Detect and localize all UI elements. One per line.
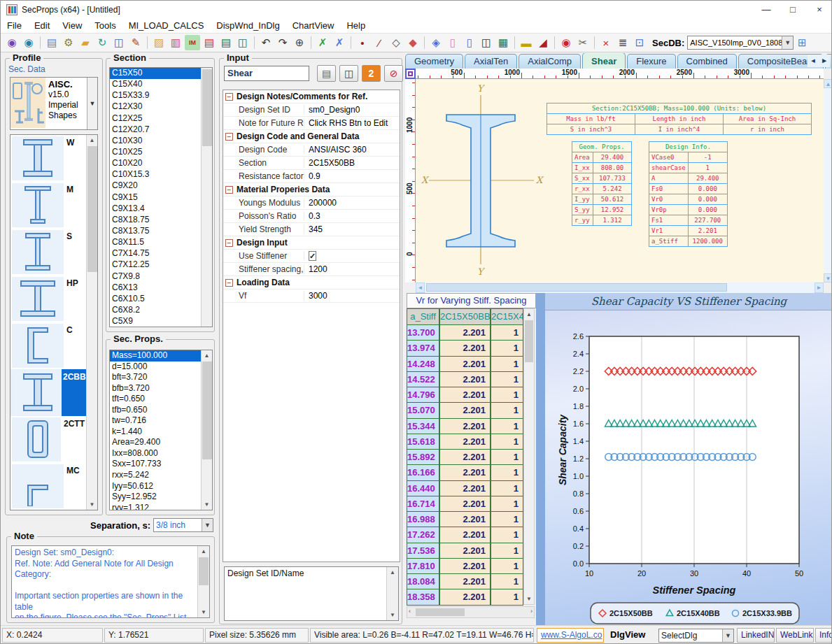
grid-row[interactable]: Note for Future Ref.Click RHS Btn to Edi… — [223, 117, 400, 130]
sec-prop-item[interactable]: Iyy=50.612 — [110, 481, 212, 492]
grid-value[interactable]: 345 — [304, 224, 400, 234]
section-list-item[interactable]: C15X33.9 — [110, 90, 212, 101]
separation-dropdown-arrow-icon[interactable]: ▼ — [202, 519, 213, 531]
grid-row[interactable]: Vf3000 — [223, 289, 400, 303]
scroll-down-icon[interactable]: ▼ — [824, 273, 832, 282]
use-stiffener-checkbox[interactable]: ✓ — [309, 251, 316, 261]
menu-chartview[interactable]: ChartView — [286, 18, 341, 34]
open-file-icon[interactable]: ▨ — [151, 35, 167, 50]
input-property-grid[interactable]: −Design Notes/Comments for Ref.Design Se… — [223, 90, 400, 562]
section-list-scrollbar[interactable] — [201, 68, 212, 327]
grid-value[interactable]: 2C15X50BB — [304, 158, 400, 168]
note-scrollbar[interactable]: ▲ ▼ — [197, 546, 209, 617]
scroll-down-icon[interactable]: ▼ — [202, 499, 212, 510]
dialog-dropdown-arrow-icon[interactable]: ▼ — [722, 629, 733, 642]
vr-table-row[interactable]: 14.7962.2011 — [407, 387, 523, 403]
profile-shape-s[interactable]: S — [10, 229, 86, 276]
sec-prop-item[interactable]: Area=29.400 — [110, 437, 212, 448]
profile-shape-m[interactable]: M — [10, 182, 86, 229]
tab-combined[interactable]: Combined — [677, 54, 737, 69]
menu-mi_load_calcs[interactable]: MI_LOAD_CALCS — [122, 18, 211, 34]
section-list-item[interactable]: C7X12.25 — [110, 259, 212, 271]
grid-row[interactable]: Design CodeANSI/AISC 360 — [223, 143, 400, 157]
vr-table-horizontal-scrollbar[interactable]: ‹ › — [407, 606, 535, 618]
vr-table-row[interactable]: 15.6182.2011 — [407, 434, 523, 450]
undo-icon[interactable]: ↶ — [258, 35, 274, 50]
grid-value[interactable]: Click RHS Btn to Edit — [304, 118, 400, 128]
menu-view[interactable]: View — [56, 18, 88, 34]
project-settings-icon[interactable]: ⚙ — [61, 35, 76, 50]
new-project-icon[interactable]: ▤ — [44, 35, 59, 50]
refresh-window-icon[interactable]: ↻ — [94, 35, 110, 50]
polygon-tool-icon[interactable]: ◇ — [388, 35, 404, 50]
sec-prop-item[interactable]: Syy=12.952 — [110, 492, 212, 503]
vr-table-row[interactable]: 18.3582.2011 — [407, 589, 523, 605]
section-list-item[interactable]: C15X40 — [110, 79, 212, 90]
menu-dispwnd_indlg[interactable]: DispWnd_InDlg — [210, 18, 285, 34]
scroll-up-icon[interactable]: ▲ — [387, 567, 398, 578]
website-link[interactable]: www.S-AlgoL.co — [537, 628, 604, 643]
grid-category[interactable]: −Loading Data — [223, 276, 400, 289]
secdb-doc-icon[interactable]: ▥ — [168, 35, 183, 50]
section-list-item[interactable]: C9X20 — [110, 180, 212, 192]
vr-table-row[interactable]: 18.0842.2011 — [407, 574, 523, 589]
sec-prop-item[interactable]: Mass=100.000 — [110, 350, 212, 362]
menu-file[interactable]: File — [1, 18, 28, 34]
profile-shape-hp[interactable]: HP — [10, 276, 86, 322]
close-button[interactable]: × — [806, 1, 832, 18]
save-input-button[interactable]: ◫ — [339, 65, 358, 82]
copy-window-icon[interactable]: ⊡ — [632, 35, 647, 50]
notes-scrollbar[interactable]: ▲ ▼ — [386, 567, 398, 620]
wheel-icon[interactable]: ◉ — [558, 35, 574, 50]
profile-shape-mc[interactable]: MC — [10, 463, 86, 510]
grid-value[interactable]: 200000 — [304, 198, 400, 208]
db-help-icon[interactable]: ⊞ — [794, 35, 810, 50]
section-list[interactable]: C15X50C15X40C15X33.9C12X30C12X25C12X20.7… — [109, 67, 213, 327]
scroll-right-icon[interactable]: › — [530, 608, 533, 615]
sec-props-scrollbar[interactable]: ▲ ▼ — [201, 350, 212, 510]
vr-table-row[interactable]: 14.5222.2011 — [407, 372, 523, 387]
line-tool-icon[interactable]: ∕ — [372, 35, 387, 50]
vr-table-row[interactable]: 16.4402.2011 — [407, 481, 523, 496]
profile-shape-c[interactable]: C — [10, 322, 86, 369]
canvas-vertical-scrollbar[interactable]: ▲ ▼ — [824, 79, 832, 282]
vr-column-header[interactable]: 2C15X50BB — [439, 308, 491, 325]
collapse-icon[interactable]: − — [225, 93, 233, 101]
vr-table-row[interactable]: 17.5362.2011 — [407, 543, 523, 559]
tab-geometry[interactable]: Geometry — [405, 54, 463, 69]
section-list-item[interactable]: C15X50 — [110, 68, 212, 79]
grid-row[interactable]: Youngs Modulus200000 — [223, 196, 400, 210]
menu-edit[interactable]: Edit — [28, 18, 56, 34]
scroll-up-icon[interactable]: ▲ — [198, 546, 209, 557]
sec-prop-item[interactable]: tfb=0.650 — [110, 405, 212, 416]
vr-table-row[interactable]: 16.9882.2011 — [407, 512, 523, 527]
scroll-down-icon[interactable]: ▼ — [87, 499, 97, 510]
vr-table-row[interactable]: 15.8922.2011 — [407, 450, 523, 465]
section-list-item[interactable]: C8X18.75 — [110, 215, 212, 226]
section-list-item[interactable]: C9X13.4 — [110, 203, 212, 215]
redo-icon[interactable]: ↷ — [275, 35, 290, 50]
cut-icon[interactable]: ✂ — [575, 35, 591, 50]
save-window-icon[interactable]: ◫ — [111, 35, 127, 50]
info-button[interactable]: Info — [815, 628, 832, 643]
sec-prop-item[interactable]: Sxx=107.733 — [110, 459, 212, 470]
list-edit-icon[interactable]: ≣ — [615, 35, 630, 50]
paste-input-button[interactable]: ▤ — [317, 65, 336, 82]
grid-row[interactable]: Section2C15X50BB — [223, 157, 400, 170]
scroll-up-icon[interactable]: ▲ — [524, 309, 534, 320]
collapse-icon[interactable]: − — [225, 186, 233, 194]
database-dropdown-arrow-icon[interactable]: ▼ — [87, 78, 97, 129]
sec-prop-item[interactable]: bft=3.720 — [110, 372, 212, 383]
sec-prop-item[interactable]: tft=0.650 — [110, 394, 212, 405]
grid-value[interactable]: 1200 — [304, 264, 400, 274]
recalc-button[interactable]: 2 — [362, 65, 381, 82]
delete-green-icon[interactable]: ✗ — [315, 35, 330, 50]
tab-flexure[interactable]: Flexure — [627, 54, 675, 69]
grid-row[interactable]: Resistance factor0.9 — [223, 170, 400, 183]
database-selector[interactable]: AISC. v15.0 Imperial Shapes ▼ — [10, 77, 98, 130]
eye-options-icon[interactable]: ◉ — [21, 35, 36, 50]
sec-prop-item[interactable]: k=1.440 — [110, 427, 212, 438]
scroll-down-icon[interactable]: ▼ — [387, 610, 398, 620]
vr-table-row[interactable]: 17.8102.2011 — [407, 559, 523, 574]
grid-value[interactable]: 0.9 — [304, 171, 400, 181]
